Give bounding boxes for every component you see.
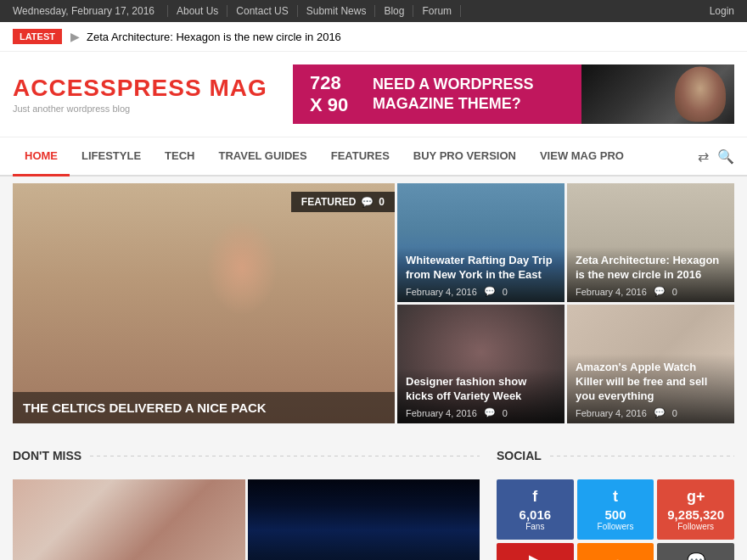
banner-ad: 728 X 90 NEED A WORDPRESS MAGAZINE THEME… [293,64,581,124]
social-title: SOCIAL [497,449,734,469]
dont-miss: DON'T MISS [13,449,480,560]
twitter-label: Followers [581,522,650,531]
featured-comment-count: 0 [379,196,385,208]
nav-view-mag-pro[interactable]: VIEW MAG PRO [528,137,636,176]
about-link[interactable]: About Us [167,5,227,17]
comment-icon: 💬 [654,407,666,418]
contact-link[interactable]: Contact US [227,5,297,17]
breaking-arrow: ▶ [70,30,80,43]
social-facebook[interactable]: f 6,016 Fans [497,479,574,540]
social-grid: f 6,016 Fans t 500 Followers g+ 9,285,32… [497,479,734,560]
social-googleplus[interactable]: g+ 9,285,320 Followers [657,479,734,540]
social-soundcloud[interactable]: ☁ 6,598 [577,543,654,560]
soundcloud-icon: ☁ [581,552,650,560]
header: ACCESSPRESS MAG Just another wordpress b… [0,52,747,137]
card-rafting-overlay: Whitewater Rafting Day Trip from New Yor… [397,247,564,302]
bottom-section: DON'T MISS SOCIAL f 6,016 Fans [13,440,734,560]
logo-main: ACCESSPRESS [13,75,202,101]
main-content: FEATURED 💬 0 THE CELTICS DELIVERED A NIC… [0,183,747,560]
nav-tech[interactable]: TECH [153,137,206,176]
banner-image [581,64,734,124]
social: SOCIAL f 6,016 Fans t 500 Followers g+ 9… [497,449,734,560]
twitter-count: 500 [581,507,650,522]
nav-buy-pro[interactable]: BUY PRO VERSION [402,137,528,176]
card-rafting-meta: February 4, 2016 💬 0 [406,286,556,297]
card-apple-meta: February 4, 2016 💬 0 [576,407,726,418]
card-rafting-title: Whitewater Rafting Day Trip from New Yor… [406,254,556,283]
comment-icon: 💬 [654,286,666,297]
breaking-bar: LATEST ▶ Zeta Architecture: Hexagon is t… [0,22,747,52]
nav-features[interactable]: FEATURES [319,137,402,176]
dont-miss-card-2[interactable] [248,479,480,560]
logo-accent: MAG [202,75,267,101]
card-apple-title: Amazon's Apple Watch Killer will be free… [576,361,726,404]
breaking-text: Zeta Architecture: Hexagon is the new ci… [87,31,341,43]
login-link[interactable]: Login [710,5,734,17]
card-fashion-overlay: Designer fashion show kicks off Variety … [397,368,564,423]
nav-travel-guides[interactable]: TRAVEL GUIDES [206,137,318,176]
top-bar: Wednesday, February 17, 2016 About Us Co… [0,0,747,22]
dont-miss-image-1 [13,479,245,560]
card-apple-overlay: Amazon's Apple Watch Killer will be free… [567,354,734,423]
logo-tagline: Just another wordpress blog [13,104,267,114]
banner-size: 728 X 90 [310,72,356,116]
card-architecture-meta: February 4, 2016 💬 0 [576,286,726,297]
card-fashion-meta: February 4, 2016 💬 0 [406,407,556,418]
nav-icons: ⇄ 🔍 [698,148,734,165]
blog-link[interactable]: Blog [375,5,413,17]
dont-miss-grid [13,479,480,560]
featured-main-title: THE CELTICS DELIVERED A NICE PACK [13,392,395,423]
gplus-label: Followers [661,522,730,531]
nav-lifestyle[interactable]: LIFESTYLE [70,137,153,176]
gplus-icon: g+ [661,488,730,506]
card-fashion-title: Designer fashion show kicks off Variety … [406,375,556,404]
comment-icon: 💬 [484,286,496,297]
social-youtube[interactable]: ▶ 600 YouTube [497,543,574,560]
featured-badge: FEATURED 💬 0 [291,192,395,212]
featured-grid: FEATURED 💬 0 THE CELTICS DELIVERED A NIC… [13,183,734,423]
logo: ACCESSPRESS MAG Just another wordpress b… [13,75,267,114]
dont-miss-image-2 [248,479,480,560]
social-comments[interactable]: 💬 Tbe [657,543,734,560]
twitter-icon: t [581,488,650,506]
social-twitter[interactable]: t 500 Followers [577,479,654,540]
card-apple[interactable]: Amazon's Apple Watch Killer will be free… [567,305,734,423]
featured-main[interactable]: FEATURED 💬 0 THE CELTICS DELIVERED A NIC… [13,183,395,423]
dont-miss-card-1[interactable] [13,479,245,560]
facebook-icon: f [501,488,570,506]
nav-links: HOME LIFESTYLE TECH TRAVEL GUIDES FEATUR… [13,137,636,175]
submit-news-link[interactable]: Submit News [298,5,376,17]
facebook-label: Fans [501,522,570,531]
forum-link[interactable]: Forum [413,5,461,17]
top-nav: About Us Contact US Submit News Blog For… [167,5,461,17]
card-architecture[interactable]: Zeta Architecture: Hexagon is the new ci… [567,183,734,302]
card-fashion[interactable]: Designer fashion show kicks off Variety … [397,305,564,423]
main-nav: HOME LIFESTYLE TECH TRAVEL GUIDES FEATUR… [0,137,747,176]
banner-text: NEED A WORDPRESS MAGAZINE THEME? [373,75,564,115]
card-architecture-overlay: Zeta Architecture: Hexagon is the new ci… [567,247,734,302]
gplus-count: 9,285,320 [661,507,730,522]
comment-icon: 💬 [484,407,496,418]
search-icon[interactable]: 🔍 [717,148,734,165]
date: Wednesday, February 17, 2016 [13,5,154,17]
logo-title: ACCESSPRESS MAG [13,75,267,102]
facebook-count: 6,016 [501,507,570,522]
card-rafting[interactable]: Whitewater Rafting Day Trip from New Yor… [397,183,564,302]
shuffle-icon[interactable]: ⇄ [698,148,709,165]
dont-miss-title: DON'T MISS [13,449,480,469]
card-architecture-title: Zeta Architecture: Hexagon is the new ci… [576,254,726,283]
comments-icon: 💬 [661,552,730,560]
comment-icon: 💬 [361,196,374,208]
youtube-icon: ▶ [501,552,570,560]
featured-main-image [13,183,395,423]
latest-badge: LATEST [13,29,62,44]
nav-home[interactable]: HOME [13,137,70,176]
